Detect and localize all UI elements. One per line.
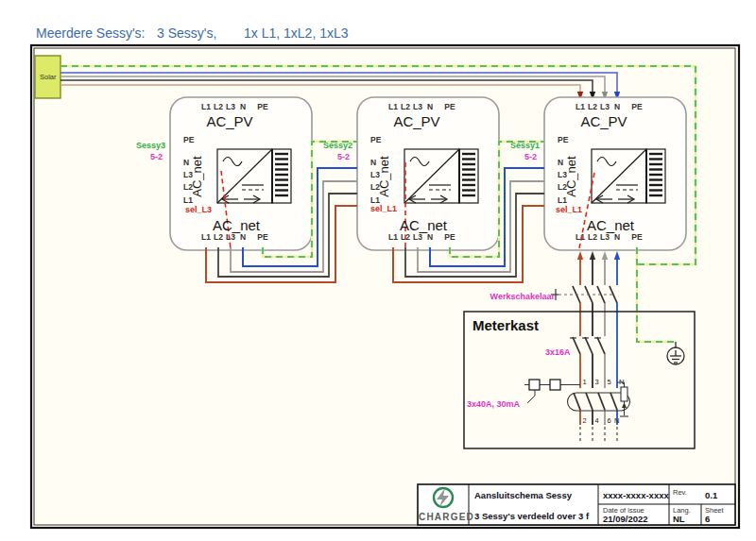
terminal-bottom-l1: L1 [388,232,398,242]
terminal-bottom-l1: L1 [201,232,211,242]
ac-pv-title: AC_PV [580,113,627,129]
document-title: Aansluitschema Sessy [474,490,573,500]
terminal-top-pe: PE [257,102,268,111]
ac-net-side-title: AC_net [377,156,391,197]
page-header: Meerdere Sessy's: 3 Sessy's, 1x L1, 1xL2… [36,25,349,41]
terminal-bottom-l2: L2 [401,232,410,242]
rcd-top-terminal-3: 3 [595,378,599,386]
terminal-top-n: N [427,102,433,111]
terminal-left-pe: PE [183,135,195,144]
phase-select-label: sel_L3 [185,205,212,214]
rcd-bottom-terminal-n: N [614,416,619,425]
title-block: CHARGED Aansluitschema Sessy 3 Sessy's v… [418,484,735,525]
terminal-left-pe: PE [558,135,569,144]
phase-select-label: sel_L1 [556,205,582,214]
rcd-label: 3x40A, 30mA [467,399,521,409]
rcd-top-terminal-5: 5 [608,378,611,386]
phase-select-label: sel_L1 [370,204,397,213]
terminal-bottom-pe: PE [257,232,268,242]
terminal-bottom-l2: L2 [214,232,223,242]
terminal-top-pe: PE [444,102,455,111]
sheet-value: 6 [705,514,710,524]
terminal-top-l2: L2 [588,102,597,111]
terminal-top-l2: L2 [401,102,410,111]
terminal-top-l1: L1 [201,102,211,111]
header-phases: 1x L1, 1xL2, 1xL3 [244,25,349,41]
lang-value: NL [673,514,685,524]
ac-pv-title: AC_PV [206,113,252,129]
terminal-top-l2: L2 [214,102,223,111]
ac-net-side-title: AC_net [564,156,578,197]
terminal-top-l1: L1 [576,102,585,111]
terminal-bottom-n: N [427,232,433,242]
terminal-bottom-pe: PE [631,232,643,242]
terminal-bottom-l3: L3 [413,232,422,242]
terminal-left-pe: PE [370,135,382,144]
ac-net-bottom-title: AC_net [587,217,635,233]
schematic-page: Meerdere Sessy's: 3 Sessy's, 1x L1, 1xL2… [0,0,756,541]
header-count: 3 Sessy's, [157,25,216,41]
terminal-top-n: N [614,102,620,111]
schematic-canvas: Meerdere Sessy's: 3 Sessy's, 1x L1, 1xL2… [0,0,756,541]
rcd-coil [621,387,627,401]
breaker-label: 3x16A [545,347,571,357]
unit-code-label: 5-2 [150,152,163,161]
solar-label: Solar [40,73,57,81]
terminal-bottom-n: N [614,232,620,242]
rcd-bottom-terminal-4: 4 [595,416,599,425]
terminal-bottom-l1: L1 [576,232,585,242]
ac-net-bottom-title: AC_net [213,217,261,233]
rcd-bottom-terminal-6: 6 [608,416,611,425]
rev-value: 0.1 [705,490,718,500]
date-value: 21/09/2022 [603,514,648,524]
terminal-top-l3: L3 [413,102,422,111]
terminal-left-n: N [370,158,376,167]
terminal-left-n: N [558,158,563,167]
document-subtitle: 3 Sessy's verdeeld over 3 f [474,511,590,521]
terminal-top-n: N [240,102,246,111]
rcd-bottom-terminal-2: 2 [583,416,587,425]
rcd-test-button-2 [550,380,560,390]
terminal-top-l3: L3 [600,102,610,111]
ac-net-side-title: AC_net [190,156,204,197]
unit-name-label: Sessy3 [136,141,165,150]
werkschakelaar-label: Werkschakelaar [490,292,556,301]
terminal-top-l3: L3 [226,102,235,111]
header-prefix: Meerdere Sessy's: [36,25,146,41]
rev-label: Rev. [673,488,687,497]
terminal-top-pe: PE [631,102,643,111]
terminal-bottom-l3: L3 [226,232,235,242]
document-number: xxxx-xxxx-xxxx [603,490,669,500]
terminal-bottom-l2: L2 [588,232,597,242]
unit-code-label: 5-2 [337,152,350,161]
terminal-left-n: N [183,158,189,167]
meterkast-title: Meterkast [472,317,539,333]
terminal-bottom-l3: L3 [600,232,610,242]
solar-source: Solar [35,56,60,98]
rcd-test-button-1 [529,380,540,390]
ac-net-bottom-title: AC_net [400,217,448,233]
terminal-bottom-pe: PE [444,232,455,242]
ac-pv-title: AC_PV [393,113,439,129]
brand-name: CHARGED [419,512,474,522]
terminal-bottom-n: N [240,232,246,242]
unit-code-label: 5-2 [524,152,537,161]
terminal-top-l1: L1 [388,102,398,111]
rcd-top-terminal-1: 1 [583,378,587,386]
